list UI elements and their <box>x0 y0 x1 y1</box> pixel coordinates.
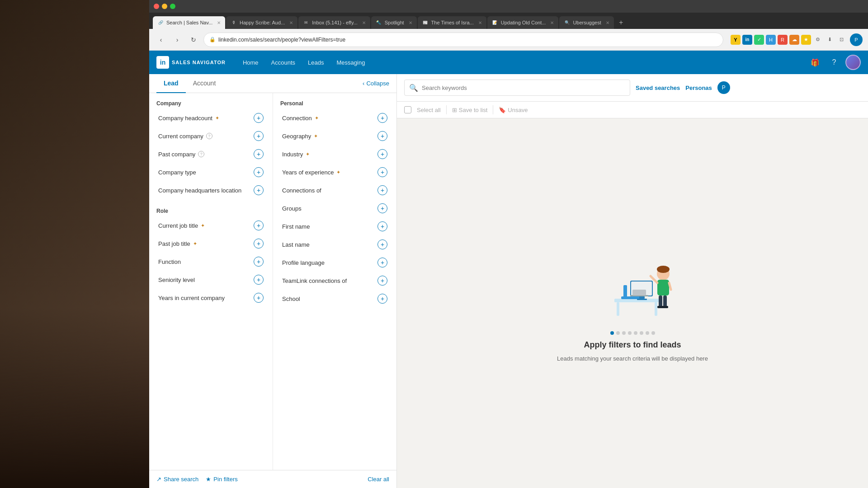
filter-years-in-current-company[interactable]: Years in current company + <box>155 289 267 306</box>
filter-teamlink[interactable]: TeamLink connections of + <box>278 272 391 289</box>
filter-past-job-title[interactable]: Past job title ✦ + <box>155 235 267 252</box>
personas-circle-icon[interactable]: P <box>717 81 730 94</box>
collapse-button[interactable]: ‹ Collapse <box>363 80 389 87</box>
ext-star-icon[interactable]: ★ <box>801 35 811 45</box>
url-bar[interactable]: 🔒 linkedin.com/sales/search/people?viewA… <box>203 33 723 47</box>
teamlink-add-btn[interactable]: + <box>377 276 387 286</box>
ext-green-icon[interactable]: ✓ <box>754 35 764 45</box>
tab-close-3[interactable]: ✕ <box>362 20 366 25</box>
share-search-button[interactable]: ↗ Share search <box>156 476 198 483</box>
current-job-title-add-btn[interactable]: + <box>254 221 264 230</box>
select-all-checkbox[interactable] <box>404 106 411 113</box>
ext-y-icon[interactable]: Y <box>731 35 741 45</box>
past-company-add-btn[interactable]: + <box>254 149 264 159</box>
tab-spotlight[interactable]: 🔦 Spotlight ✕ <box>371 16 417 29</box>
filter-seniority-level[interactable]: Seniority level + <box>155 271 267 288</box>
company-headquarters-add-btn[interactable]: + <box>254 185 264 195</box>
seniority-level-add-btn[interactable]: + <box>254 275 264 285</box>
personas-button[interactable]: Personas <box>685 84 712 91</box>
tab-ubersuggest[interactable]: 🔍 Ubersuggest ✕ <box>559 16 613 29</box>
tab-sales-nav[interactable]: 🔗 Search | Sales Nav... ✕ <box>153 16 225 29</box>
search-box[interactable]: 🔍 <box>404 80 630 96</box>
tab-close-7[interactable]: ✕ <box>606 20 609 25</box>
new-tab-button[interactable]: + <box>615 16 627 29</box>
first-name-add-btn[interactable]: + <box>377 221 387 231</box>
filter-connection[interactable]: Connection ✦ + <box>278 109 391 127</box>
saved-searches-button[interactable]: Saved searches <box>636 84 680 91</box>
ext-gear-icon[interactable]: ⚙ <box>813 35 823 45</box>
filter-industry[interactable]: Industry ✦ + <box>278 145 391 163</box>
tab-close-1[interactable]: ✕ <box>217 20 221 25</box>
ext-ln-icon[interactable]: in <box>742 35 752 45</box>
last-name-add-btn[interactable]: + <box>377 239 387 249</box>
filter-function[interactable]: Function + <box>155 253 267 270</box>
function-add-btn[interactable]: + <box>254 257 264 267</box>
company-headcount-add-btn[interactable]: + <box>254 113 264 123</box>
filter-last-name[interactable]: Last name + <box>278 236 391 253</box>
school-add-btn[interactable]: + <box>377 294 387 304</box>
ext-blue-icon[interactable]: H <box>766 35 776 45</box>
tab-close-6[interactable]: ✕ <box>550 20 554 25</box>
filter-current-company[interactable]: Current company ? + <box>155 127 267 145</box>
nav-leads[interactable]: Leads <box>302 51 330 74</box>
profile-language-add-btn[interactable]: + <box>377 258 387 267</box>
clear-all-button[interactable]: Clear all <box>368 476 389 483</box>
connections-of-add-btn[interactable]: + <box>377 185 387 195</box>
filter-company-headquarters[interactable]: Company headquarters location + <box>155 182 267 199</box>
groups-add-btn[interactable]: + <box>377 203 387 213</box>
tab-inbox[interactable]: ✉ Inbox (5.141) - effy... ✕ <box>298 16 370 29</box>
close-button[interactable] <box>154 4 159 9</box>
minimize-button[interactable] <box>162 4 167 9</box>
current-company-add-btn[interactable]: + <box>254 131 264 141</box>
filter-company-headcount[interactable]: Company headcount ✦ + <box>155 109 267 127</box>
industry-add-btn[interactable]: + <box>377 149 387 159</box>
ext-red-icon[interactable]: R <box>778 35 788 45</box>
results-panel: 🔍 Saved searches Personas P Select all ⊞… <box>397 74 868 488</box>
current-company-info-icon[interactable]: ? <box>206 133 212 139</box>
tab-account[interactable]: Account <box>186 74 223 93</box>
select-all-button[interactable]: Select all <box>417 107 441 113</box>
filter-company-type[interactable]: Company type + <box>155 164 267 181</box>
filter-school[interactable]: School + <box>278 290 391 307</box>
tab-close-5[interactable]: ✕ <box>478 20 482 25</box>
years-in-current-company-add-btn[interactable]: + <box>254 293 264 303</box>
forward-button[interactable]: › <box>171 33 184 46</box>
tab-lead[interactable]: Lead <box>156 74 186 93</box>
filter-profile-language[interactable]: Profile language + <box>278 254 391 271</box>
nav-accounts[interactable]: Accounts <box>265 51 302 74</box>
connection-add-btn[interactable]: + <box>377 113 387 123</box>
filter-years-of-experience[interactable]: Years of experience ✦ + <box>278 164 391 181</box>
years-of-experience-add-btn[interactable]: + <box>377 167 387 177</box>
help-icon[interactable]: ? <box>826 55 842 70</box>
geography-add-btn[interactable]: + <box>377 131 387 141</box>
filter-past-company[interactable]: Past company ? + <box>155 145 267 163</box>
gift-icon[interactable]: 🎁 <box>807 55 823 70</box>
filter-groups[interactable]: Groups + <box>278 200 391 217</box>
user-avatar[interactable] <box>845 55 861 70</box>
browser-profile[interactable]: P <box>850 33 863 46</box>
nav-messaging[interactable]: Messaging <box>330 51 372 74</box>
filter-connections-of[interactable]: Connections of + <box>278 182 391 199</box>
past-company-info-icon[interactable]: ? <box>198 151 204 157</box>
reload-button[interactable]: ↻ <box>187 33 200 46</box>
save-to-list-button[interactable]: ⊞ Save to list <box>452 107 488 113</box>
filter-first-name[interactable]: First name + <box>278 218 391 235</box>
unsave-button[interactable]: 🔖 Unsave <box>499 107 528 113</box>
maximize-button[interactable] <box>170 4 175 9</box>
tab-close-4[interactable]: ✕ <box>409 20 412 25</box>
nav-home[interactable]: Home <box>236 51 265 74</box>
pin-filters-button[interactable]: ★ Pin filters <box>206 476 237 483</box>
tab-close-2[interactable]: ✕ <box>289 20 293 25</box>
tab-times[interactable]: 📰 The Times of Isra... ✕ <box>418 16 486 29</box>
filter-current-job-title[interactable]: Current job title ✦ + <box>155 217 267 234</box>
filter-geography[interactable]: Geography ✦ + <box>278 127 391 145</box>
search-keywords-input[interactable] <box>422 84 625 91</box>
download-icon[interactable]: ⬇ <box>825 35 835 45</box>
profile-menu-icon[interactable]: ⊡ <box>836 35 846 45</box>
tab-updating[interactable]: 📝 Updating Old Cont... ✕ <box>487 16 559 29</box>
tab-happy-scribe[interactable]: 🎙 Happy Scribe: Aud... ✕ <box>226 16 297 29</box>
past-job-title-add-btn[interactable]: + <box>254 239 264 249</box>
ext-orange-icon[interactable]: ☁ <box>789 35 799 45</box>
company-type-add-btn[interactable]: + <box>254 167 264 177</box>
back-button[interactable]: ‹ <box>155 33 167 46</box>
